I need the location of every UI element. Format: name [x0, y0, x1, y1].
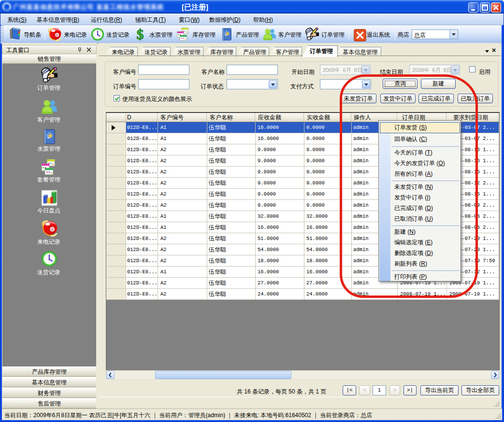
svg-text:$: $ [137, 27, 144, 41]
